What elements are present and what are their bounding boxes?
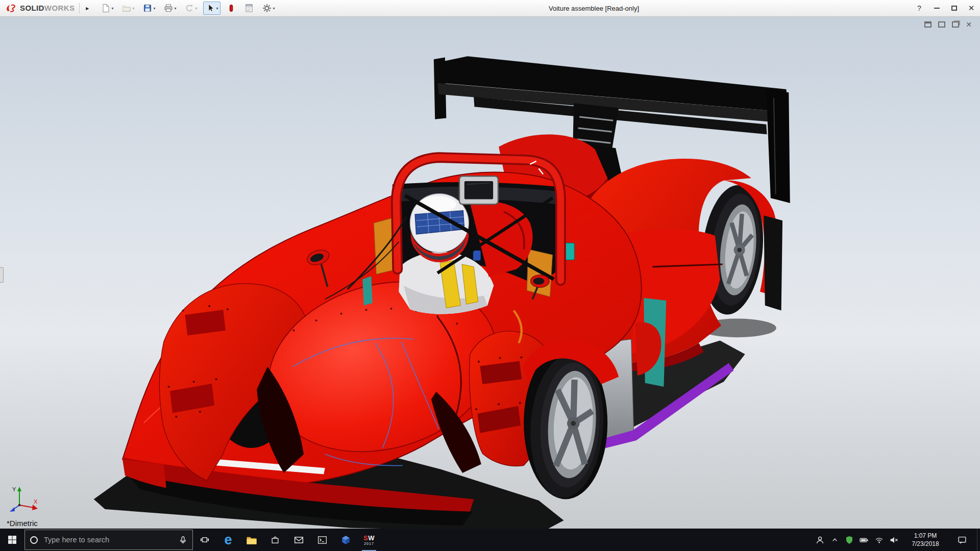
close-button[interactable]: ✕ <box>963 0 980 16</box>
gear-icon <box>262 4 272 13</box>
start-button[interactable] <box>0 529 24 551</box>
sw-letter-w: W <box>368 534 375 542</box>
edge-button[interactable]: e <box>216 529 240 551</box>
taskbar-search[interactable] <box>24 530 193 550</box>
new-document-button[interactable]: ▾ <box>99 2 116 15</box>
battery-icon <box>860 536 869 544</box>
viewport-3d[interactable]: ✕ Y X *Dimetric <box>0 17 980 529</box>
store-bag-icon <box>271 535 280 544</box>
maximize-icon <box>951 6 957 11</box>
print-icon <box>164 4 173 13</box>
view-orientation-label: *Dimetric <box>7 519 38 528</box>
maximize-button[interactable] <box>945 0 963 16</box>
open-folder-icon <box>122 4 131 13</box>
brand-works: WORKS <box>44 4 75 12</box>
document-window-controls: ✕ <box>924 21 972 28</box>
solidworks-2017-button[interactable]: SW 2017 <box>357 529 381 551</box>
people-icon <box>816 536 824 544</box>
dropdown-caret[interactable]: ▾ <box>195 6 197 11</box>
defender-button[interactable] <box>844 536 854 544</box>
select-cursor-icon <box>206 4 215 13</box>
properties-button[interactable] <box>242 2 256 15</box>
clock-time: 1:07 PM <box>907 532 944 540</box>
quick-access-toolbar: ▾ ▾ ▾ ▾ <box>99 2 277 15</box>
store-button[interactable] <box>263 529 287 551</box>
system-tray: 1:07 PM 7/23/2018 <box>815 529 980 551</box>
help-button[interactable]: ? <box>911 0 928 16</box>
command-prompt-button[interactable] <box>310 529 334 551</box>
shield-icon <box>845 536 853 544</box>
help-glyph: ? <box>917 4 921 12</box>
dropdown-caret[interactable]: ▾ <box>111 6 113 11</box>
solidworks-2017-icon: SW 2017 <box>363 535 375 545</box>
action-center-icon <box>958 536 967 544</box>
properties-sheet-icon <box>244 4 254 13</box>
dropdown-caret[interactable]: ▾ <box>153 6 155 11</box>
window-controls: ? ✕ <box>911 0 980 16</box>
car-model-render[interactable] <box>0 17 980 529</box>
dropdown-caret[interactable]: ▾ <box>273 6 275 11</box>
appearances-icon <box>227 4 236 13</box>
taskbar: e <box>0 529 980 551</box>
hidden-icons-button[interactable] <box>829 536 840 544</box>
window-title: Voiture assemblee [Read-only] <box>549 5 639 12</box>
ds-logo-icon <box>5 4 17 13</box>
doc-minimize-icon[interactable] <box>938 21 945 28</box>
task-view-icon <box>200 535 209 544</box>
clock-date: 7/23/2018 <box>907 540 944 548</box>
task-view-button[interactable] <box>193 529 216 551</box>
close-icon: ✕ <box>968 4 975 13</box>
taskbar-clock[interactable]: 1:07 PM 7/23/2018 <box>907 532 944 548</box>
doc-close-icon[interactable]: ✕ <box>966 21 972 28</box>
chevron-up-icon <box>831 536 839 544</box>
new-document-icon <box>101 4 110 13</box>
wifi-icon <box>875 536 884 544</box>
triad-y-label: Y <box>12 486 16 492</box>
orientation-triad: Y X <box>8 485 41 513</box>
brand-text: SOLIDWORKS <box>20 4 75 13</box>
windows-logo-icon <box>8 535 17 544</box>
minimize-button[interactable] <box>928 0 945 16</box>
show-desktop-button[interactable] <box>977 529 980 551</box>
file-explorer-icon <box>246 535 257 545</box>
sw-letter-s: S <box>363 534 368 542</box>
network-button[interactable] <box>874 536 884 544</box>
mail-button[interactable] <box>287 529 310 551</box>
mail-icon <box>294 536 304 544</box>
command-prompt-icon <box>317 536 327 544</box>
file-explorer-button[interactable] <box>240 529 263 551</box>
dropdown-caret[interactable]: ▾ <box>216 6 218 11</box>
dropdown-caret[interactable]: ▾ <box>132 6 134 11</box>
feature-tree-collapsed-tab[interactable] <box>0 267 4 283</box>
edge-icon: e <box>224 534 232 546</box>
doc-tile-icon[interactable] <box>952 21 959 28</box>
open-button[interactable]: ▾ <box>119 2 137 15</box>
battery-button[interactable] <box>859 536 869 544</box>
options-button[interactable]: ▾ <box>260 2 277 15</box>
dropdown-caret[interactable]: ▾ <box>174 6 176 11</box>
appearances-button[interactable] <box>224 2 238 15</box>
microphone-icon[interactable] <box>179 536 187 544</box>
search-input[interactable] <box>43 535 174 544</box>
minimize-icon <box>934 8 940 9</box>
divider <box>79 3 80 13</box>
cube-app-icon <box>341 535 351 545</box>
action-center-button[interactable] <box>952 529 972 551</box>
undo-button[interactable]: ▾ <box>182 2 200 15</box>
menu-arrow-glyph: ▸ <box>86 5 89 12</box>
brand-solid: SOLID <box>20 4 44 12</box>
front-wheel[interactable] <box>523 340 619 500</box>
edrawings-button[interactable] <box>334 529 357 551</box>
titlebar: SOLIDWORKS ▸ ▾ ▾ <box>0 0 980 17</box>
volume-muted-icon <box>890 536 898 544</box>
menu-expand-arrow[interactable]: ▸ <box>82 4 92 13</box>
cortana-icon <box>30 536 38 544</box>
doc-restore-icon[interactable] <box>924 21 932 28</box>
sw-year: 2017 <box>364 542 374 545</box>
print-button[interactable]: ▾ <box>161 2 179 15</box>
save-button[interactable]: ▾ <box>140 2 158 15</box>
save-icon <box>143 4 152 13</box>
people-button[interactable] <box>815 536 825 544</box>
select-tool-button[interactable]: ▾ <box>203 2 220 15</box>
volume-button[interactable] <box>889 536 899 544</box>
